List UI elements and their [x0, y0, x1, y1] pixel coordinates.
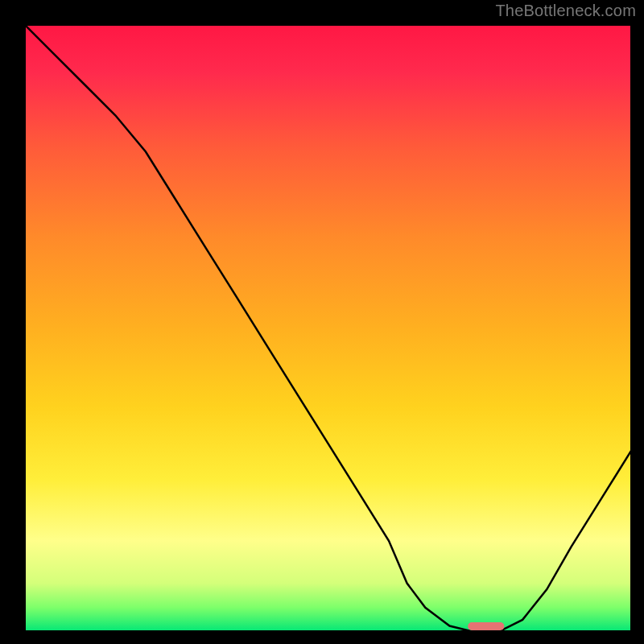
- minimum-marker: [468, 622, 504, 630]
- mask-left: [0, 0, 24, 644]
- attribution-text: TheBottleneck.com: [495, 2, 636, 20]
- bottleneck-curve-chart: [0, 0, 644, 644]
- chart-frame: TheBottleneck.com: [0, 0, 644, 644]
- mask-bottom: [0, 632, 644, 644]
- mask-right: [632, 0, 644, 644]
